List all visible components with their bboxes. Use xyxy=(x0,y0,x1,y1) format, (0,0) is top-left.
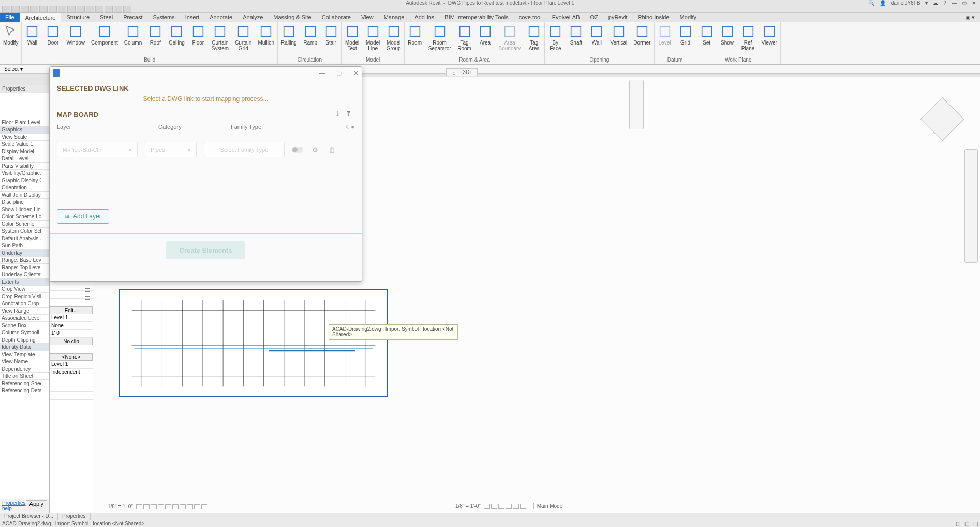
vc-icon[interactable] xyxy=(158,504,164,509)
prop-row[interactable]: Scale Value 1: xyxy=(0,141,49,148)
tab-rhino[interactable]: Rhino.Inside xyxy=(632,13,674,22)
prop-row[interactable]: Annotation Crop xyxy=(0,300,49,308)
layer-dropdown[interactable]: M-Pipe-Std-Clin▾ xyxy=(57,142,138,157)
view-cube[interactable] xyxy=(919,96,966,143)
prop-value[interactable]: Edit... xyxy=(50,306,93,314)
by-face-button[interactable]: ByFace xyxy=(545,22,566,56)
ramp-button[interactable]: Ramp xyxy=(300,22,321,56)
grid-button[interactable]: Grid xyxy=(675,22,696,56)
properties-help-link[interactable]: Properties help xyxy=(2,500,26,511)
qat-btn[interactable] xyxy=(67,6,76,13)
qat-btn[interactable] xyxy=(58,6,66,13)
prop-row[interactable]: Column Symboli... xyxy=(0,329,49,336)
tab-annotate[interactable]: Annotate xyxy=(204,13,237,22)
tab-systems[interactable]: Systems xyxy=(147,13,180,22)
prop-row[interactable]: Range: Base Level xyxy=(0,257,49,264)
prop-row[interactable]: Depth Clipping xyxy=(0,336,49,344)
prop-row[interactable]: Scope Box xyxy=(0,322,49,329)
qat-btn[interactable] xyxy=(105,6,113,13)
dormer-button[interactable]: Dormer xyxy=(630,22,654,56)
prop-row[interactable]: View Scale xyxy=(0,134,49,141)
column-button[interactable]: Column xyxy=(121,22,145,56)
view-tab-3d[interactable]: ⌂ {3D} xyxy=(446,68,478,76)
prop-row[interactable]: Referencing Detail xyxy=(0,387,49,394)
search-icon[interactable]: 🔍 xyxy=(868,0,874,6)
help-icon[interactable]: ? xyxy=(943,0,946,6)
dwg-link-preview[interactable] xyxy=(119,289,388,397)
prop-value[interactable] xyxy=(50,392,93,400)
row-toggle[interactable] xyxy=(292,147,303,153)
component-button[interactable]: Component xyxy=(88,22,121,56)
prop-row[interactable]: Underlay Orientat... xyxy=(0,271,49,279)
dialog-minimize[interactable]: — xyxy=(319,69,325,77)
prop-row[interactable]: Color Scheme xyxy=(0,221,49,228)
status-icon[interactable]: ⬚ xyxy=(973,521,978,526)
prop-row[interactable]: Sun Path xyxy=(0,242,49,250)
window-restore[interactable]: ▭ xyxy=(962,0,967,6)
upload-icon[interactable]: ⤒ xyxy=(343,110,354,118)
tab-massing[interactable]: Massing & Site xyxy=(268,13,316,22)
vc-icon[interactable] xyxy=(187,504,193,509)
user-icon[interactable]: 👤 xyxy=(880,0,886,6)
vc-icon[interactable] xyxy=(201,504,207,509)
prop-row[interactable]: Orientation xyxy=(0,184,49,192)
curtain-system-button[interactable]: CurtainSystem xyxy=(209,22,232,56)
qat-btn[interactable] xyxy=(39,6,48,13)
tab-view[interactable]: View xyxy=(356,13,379,22)
add-layer-button[interactable]: ≋ Add Layer xyxy=(57,209,109,224)
vc-icon[interactable] xyxy=(498,504,504,509)
cloud-icon[interactable]: ☁ xyxy=(933,0,938,6)
view-nav-right[interactable] xyxy=(964,149,978,263)
prop-row[interactable]: System Color Sch... xyxy=(0,228,49,235)
prop-row[interactable]: View Range xyxy=(0,308,49,315)
prop-row[interactable]: Title on Sheet xyxy=(0,373,49,380)
tab-file[interactable]: File xyxy=(0,13,20,22)
modify-button[interactable]: Modify xyxy=(0,22,21,56)
prop-row[interactable]: Range: Top Level xyxy=(0,264,49,271)
trash-icon[interactable]: 🗑 xyxy=(327,146,336,154)
gear-icon[interactable]: ⚙ xyxy=(310,146,320,154)
roof-button[interactable]: Roof xyxy=(145,22,166,56)
ref-plane-button[interactable]: RefPlane xyxy=(738,22,759,56)
tab-manage[interactable]: Manage xyxy=(379,13,410,22)
stair-button[interactable]: Stair xyxy=(321,22,341,56)
qat-redo[interactable] xyxy=(21,6,29,13)
prop-value[interactable] xyxy=(50,376,93,384)
select-dropdown[interactable]: Select ▾ xyxy=(0,66,27,72)
window-button[interactable]: Window xyxy=(63,22,88,56)
tab-pyrevit[interactable]: pyRevit xyxy=(603,13,633,22)
prop-row[interactable]: Detail Level xyxy=(0,155,49,163)
ribbon-collapse[interactable]: ▣ ▾ xyxy=(960,13,980,22)
qat-save[interactable] xyxy=(2,6,10,13)
navigation-bar[interactable] xyxy=(629,80,644,129)
prop-value[interactable] xyxy=(50,299,93,306)
window-minimize[interactable]: — xyxy=(952,0,957,6)
prop-value[interactable]: 1' 0" xyxy=(50,330,93,338)
prop-row[interactable]: Color Scheme Lo... xyxy=(0,213,49,221)
prop-row[interactable]: Crop View xyxy=(0,286,49,293)
vc-icon[interactable] xyxy=(172,504,179,509)
shaft-button[interactable]: Shaft xyxy=(566,22,586,56)
qat-btn[interactable] xyxy=(114,6,122,13)
tab-properties[interactable]: Properties xyxy=(58,513,91,520)
status-icon[interactable]: ⬚ xyxy=(956,521,960,526)
moon-icon[interactable]: ☾● xyxy=(332,124,354,130)
prop-row[interactable]: Crop Region Visible xyxy=(0,293,49,300)
tab-analyze[interactable]: Analyze xyxy=(237,13,268,22)
prop-value[interactable]: Independent xyxy=(50,369,93,376)
floor-button[interactable]: Floor xyxy=(188,22,209,56)
qat-undo[interactable] xyxy=(11,6,20,13)
qat-btn[interactable] xyxy=(77,6,85,13)
tab-addins[interactable]: Add-Ins xyxy=(409,13,439,22)
tab-insert[interactable]: Insert xyxy=(180,13,205,22)
room-separator-button[interactable]: RoomSeparator xyxy=(425,22,454,56)
vc-icon[interactable] xyxy=(143,504,150,509)
window-close[interactable]: ✕ xyxy=(972,0,976,6)
qat-dropdown[interactable] xyxy=(123,6,131,13)
prop-row[interactable]: Discipline xyxy=(0,199,49,206)
prop-value[interactable]: None xyxy=(50,322,93,330)
qat-btn[interactable] xyxy=(49,6,57,13)
wall-button[interactable]: Wall xyxy=(22,22,42,56)
create-elements-button[interactable]: Create Elements xyxy=(166,241,246,259)
level-button[interactable]: Level xyxy=(655,22,675,56)
